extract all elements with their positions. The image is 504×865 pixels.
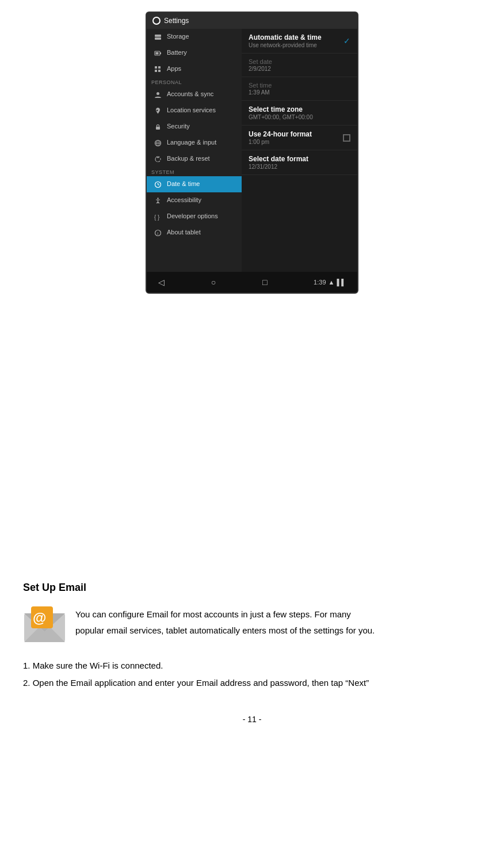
system-section-label: SYSTEM — [147, 167, 242, 176]
sidebar-item-language-input[interactable]: Language & input — [147, 135, 242, 151]
sidebar-item-date-time[interactable]: Date & time — [147, 176, 242, 192]
use-24hour-title: Use 24-hour format — [249, 130, 312, 138]
select-dateformat-title: Select date format — [249, 155, 350, 163]
svg-point-9 — [156, 92, 159, 95]
auto-datetime-subtitle: Use network-provided time — [249, 42, 322, 48]
sidebar-language-label: Language & input — [167, 139, 216, 146]
tablet-topbar: Settings — [147, 13, 357, 29]
sidebar-accessibility-label: Accessibility — [167, 196, 201, 204]
select-dateformat-subtitle: 12/31/2012 — [249, 164, 350, 170]
sidebar-battery-label: Battery — [167, 49, 187, 56]
svg-rect-3 — [160, 52, 161, 54]
backup-icon — [153, 154, 162, 164]
setup-email-heading: Set Up Email — [23, 582, 481, 594]
set-date-title: Set date — [249, 58, 350, 65]
tablet-screenshot: Settings Storage Battery — [146, 12, 358, 294]
back-button[interactable]: ◁ — [158, 278, 165, 287]
set-time-title: Set time — [249, 82, 350, 89]
developer-icon: { } — [153, 212, 162, 221]
svg-rect-0 — [155, 35, 161, 37]
sidebar-item-battery[interactable]: Battery — [147, 45, 242, 61]
set-time-row[interactable]: Set time 1:39 AM — [242, 77, 357, 101]
tablet-bottombar: ◁ ○ □ 1:39 ▲ ▌▌ — [147, 272, 357, 293]
email-description-p1: You can configure Email for most account… — [75, 605, 481, 621]
page-content: Set Up Email @ You can configure Email f… — [0, 524, 504, 747]
email-icon: @ — [23, 605, 66, 646]
auto-datetime-check: ✓ — [343, 36, 350, 45]
step-1: 1. Make sure the Wi-Fi is connected. — [23, 657, 481, 674]
sidebar-item-apps[interactable]: Apps — [147, 61, 242, 77]
apps-icon — [153, 65, 162, 74]
set-date-subtitle: 2/9/2012 — [249, 66, 350, 72]
signal-icon: ▌▌ — [337, 279, 346, 286]
select-timezone-title: Select time zone — [249, 105, 350, 113]
auto-datetime-row[interactable]: Automatic date & time Use network-provid… — [242, 29, 357, 54]
location-icon — [153, 106, 162, 115]
right-panel: Automatic date & time Use network-provid… — [242, 29, 357, 272]
language-icon — [153, 138, 162, 147]
sidebar-backup-label: Backup & reset — [167, 155, 210, 162]
sidebar: Storage Battery Apps PERSONAL Ac — [147, 29, 242, 272]
personal-section-label: PERSONAL — [147, 77, 242, 86]
steps-list: 1. Make sure the Wi-Fi is connected. 2. … — [23, 657, 481, 692]
use-24hour-subtitle: 1:00 pm — [249, 139, 312, 145]
set-date-row[interactable]: Set date 2/9/2012 — [242, 54, 357, 77]
sidebar-apps-label: Apps — [167, 65, 181, 73]
svg-point-17 — [157, 198, 158, 199]
svg-text:{ }: { } — [154, 214, 160, 221]
use-24hour-row[interactable]: Use 24-hour format 1:00 pm — [242, 126, 357, 150]
svg-rect-7 — [155, 70, 157, 72]
sidebar-item-security[interactable]: Security — [147, 119, 242, 135]
sidebar-accounts-label: Accounts & sync — [167, 90, 213, 98]
sidebar-item-location-services[interactable]: Location services — [147, 103, 242, 119]
auto-datetime-title: Automatic date & time — [249, 33, 322, 41]
select-timezone-subtitle: GMT+00:00, GMT+00:00 — [249, 114, 350, 120]
step-2: 2. Open the Email application and enter … — [23, 674, 481, 692]
extra-spacer — [0, 363, 504, 524]
email-description-p2: popular email services, tablet automatic… — [75, 621, 481, 638]
select-timezone-row[interactable]: Select time zone GMT+00:00, GMT+00:00 — [242, 101, 357, 126]
accessibility-icon — [153, 196, 162, 205]
svg-rect-8 — [158, 70, 161, 72]
svg-rect-6 — [158, 66, 161, 69]
svg-rect-4 — [155, 52, 158, 54]
sidebar-datetime-label: Date & time — [167, 180, 200, 188]
svg-line-16 — [158, 184, 159, 185]
svg-rect-1 — [155, 37, 161, 40]
security-icon — [153, 122, 162, 131]
email-section: @ You can configure Email for most accou… — [23, 605, 481, 646]
tablet-body: Storage Battery Apps PERSONAL Ac — [147, 29, 357, 272]
datetime-icon — [153, 180, 162, 189]
select-dateformat-row[interactable]: Select date format 12/31/2012 — [242, 150, 357, 175]
settings-title: Settings — [152, 17, 189, 25]
wifi-icon: ▲ — [329, 279, 335, 286]
svg-rect-5 — [155, 66, 157, 69]
sidebar-item-storage[interactable]: Storage — [147, 29, 242, 45]
status-bar: 1:39 ▲ ▌▌ — [314, 279, 346, 286]
home-button[interactable]: ○ — [211, 278, 216, 287]
sidebar-security-label: Security — [167, 123, 190, 130]
sidebar-developer-label: Developer options — [167, 213, 218, 220]
sidebar-location-label: Location services — [167, 107, 216, 114]
page-number: - 11 - — [23, 715, 481, 724]
sidebar-item-backup-reset[interactable]: Backup & reset — [147, 151, 242, 167]
svg-text:@: @ — [33, 610, 46, 625]
settings-icon — [152, 17, 161, 25]
whitespace-spacer — [0, 294, 504, 363]
battery-icon — [153, 48, 162, 58]
sidebar-about-label: About tablet — [167, 229, 201, 236]
set-time-subtitle: 1:39 AM — [249, 89, 350, 96]
recent-button[interactable]: □ — [262, 278, 267, 287]
svg-text:i: i — [157, 231, 158, 236]
sidebar-item-developer-options[interactable]: { } Developer options — [147, 208, 242, 225]
sidebar-item-accessibility[interactable]: Accessibility — [147, 192, 242, 208]
sidebar-item-about-tablet[interactable]: i About tablet — [147, 225, 242, 241]
svg-rect-10 — [156, 127, 160, 130]
about-icon: i — [153, 228, 162, 237]
accounts-icon — [153, 90, 162, 99]
storage-icon — [153, 32, 162, 41]
sidebar-item-accounts-sync[interactable]: Accounts & sync — [147, 86, 242, 103]
sidebar-storage-label: Storage — [167, 33, 189, 40]
use-24hour-checkbox — [343, 134, 350, 142]
clock-display: 1:39 — [314, 279, 326, 286]
